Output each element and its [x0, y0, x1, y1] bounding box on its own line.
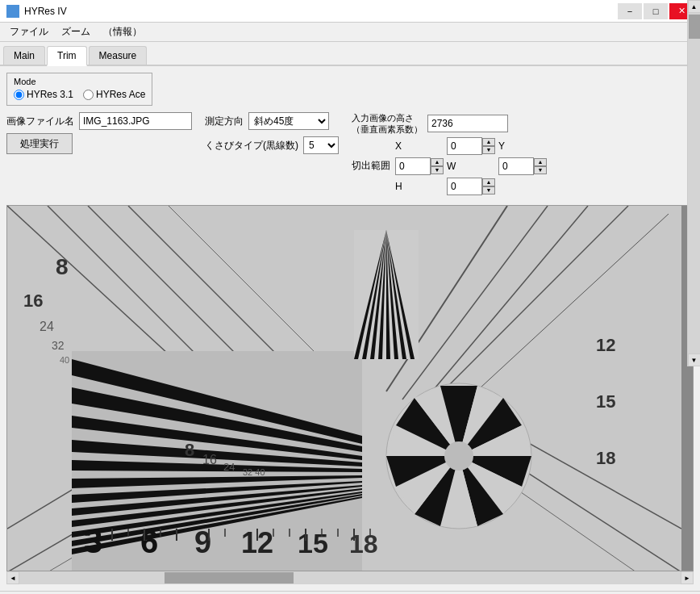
image-container[interactable]: 8 16 24 32 40 8 16 24 32 40 12 15 18 3 6… [6, 205, 694, 571]
mode-hyres31[interactable]: HYRes 3.1 [14, 89, 73, 100]
menu-info[interactable]: （情報） [97, 23, 148, 40]
scroll-up-button[interactable]: ▲ [688, 0, 701, 13]
svg-text:3: 3 [84, 522, 102, 560]
wedge-label: くさびタイプ(黒線数) [205, 139, 298, 153]
w-label: W [447, 161, 495, 172]
y-spinbtns: ▲ ▼ [431, 158, 444, 174]
file-input[interactable]: IMG_1163.JPG [79, 112, 192, 130]
svg-text:15: 15 [298, 528, 328, 558]
exec-row: 処理実行 [6, 133, 192, 154]
cutout-label: 切出範囲 [352, 159, 390, 173]
svg-text:40: 40 [60, 355, 69, 365]
svg-point-56 [444, 441, 473, 471]
right-col: 入力画像の高さ（垂直画素系数） 切出範囲 X ▲ ▼ Y [352, 112, 547, 199]
mode-section: Mode HYRes 3.1 HYRes Ace [6, 73, 152, 106]
scroll-track-vertical[interactable] [688, 13, 701, 353]
mode-radio-group: HYRes 3.1 HYRes Ace [14, 89, 145, 100]
mode-hyres31-label: HYRes 3.1 [27, 89, 73, 100]
maximize-button[interactable]: □ [644, 3, 668, 19]
cutout-grid: X ▲ ▼ Y ▲ ▼ [395, 137, 547, 195]
scroll-right-button[interactable]: ► [681, 571, 694, 584]
mode-label: Mode [14, 77, 145, 86]
svg-text:12: 12 [596, 335, 615, 355]
wedge-row: くさびタイプ(黒線数) 3 5 7 9 [205, 136, 339, 154]
y-input[interactable] [395, 157, 431, 175]
height-input[interactable] [427, 115, 508, 132]
mid-col: 測定方向 斜め45度 水平 垂直 くさびタイプ(黒線数) 3 5 7 9 [205, 112, 339, 157]
svg-text:16: 16 [202, 453, 217, 466]
tab-measure[interactable]: Measure [89, 46, 148, 65]
scroll-thumb-vertical[interactable] [689, 15, 700, 39]
wedge-select[interactable]: 3 5 7 9 [303, 136, 339, 154]
tab-main[interactable]: Main [3, 46, 45, 65]
mode-hyres31-radio[interactable] [14, 90, 24, 100]
height-label: 入力画像の高さ（垂直画素系数） [352, 112, 423, 136]
svg-text:6: 6 [140, 524, 158, 559]
w-spin-down[interactable]: ▼ [534, 166, 547, 174]
h-spin-up[interactable]: ▲ [482, 178, 495, 186]
svg-text:8: 8 [56, 254, 69, 279]
x-spinbtns: ▲ ▼ [482, 138, 495, 154]
w-spin-up[interactable]: ▲ [534, 158, 547, 166]
status-bar: Image Width：3648 Image Height：2736 x：172… [0, 591, 700, 594]
image-area-wrapper: 8 16 24 32 40 8 16 24 32 40 12 15 18 3 6… [6, 205, 694, 571]
form-section: 画像ファイル名 IMG_1163.JPG 処理実行 測定方向 斜め45度 水平 … [6, 112, 694, 199]
w-spinbtns: ▲ ▼ [534, 158, 547, 174]
vertical-scrollbar[interactable]: ▲ ▼ [687, 0, 700, 366]
file-label: 画像ファイル名 [6, 115, 74, 128]
svg-text:15: 15 [596, 391, 615, 412]
title-bar-title: HYRes IV [24, 6, 67, 17]
menu-zoom[interactable]: ズーム [55, 23, 97, 40]
direction-select[interactable]: 斜め45度 水平 垂直 [248, 112, 329, 130]
app-icon [6, 5, 19, 18]
x-spin-up[interactable]: ▲ [482, 138, 495, 146]
h-label: H [395, 181, 444, 192]
direction-row: 測定方向 斜め45度 水平 垂直 [205, 112, 339, 130]
scroll-track-horizontal[interactable] [19, 571, 681, 584]
menu-file[interactable]: ファイル [3, 23, 55, 40]
y-spin-down[interactable]: ▼ [431, 166, 444, 174]
tab-bar: Main Trim Measure [0, 42, 700, 66]
exec-button[interactable]: 処理実行 [6, 133, 73, 154]
x-spin-down[interactable]: ▼ [482, 146, 495, 154]
svg-text:8: 8 [185, 440, 194, 460]
menu-bar: ファイル ズーム （情報） [0, 23, 700, 42]
height-row: 入力画像の高さ（垂直画素系数） [352, 112, 547, 136]
direction-label: 測定方向 [205, 115, 244, 128]
svg-text:32: 32 [52, 339, 65, 352]
horizontal-scrollbar[interactable]: ◄ ► [6, 571, 694, 584]
tab-trim[interactable]: Trim [47, 46, 87, 66]
h-input[interactable] [447, 178, 482, 195]
scroll-down-button[interactable]: ▼ [688, 353, 701, 366]
h-spinbtns: ▲ ▼ [482, 178, 495, 195]
resolution-chart: 8 16 24 32 40 8 16 24 32 40 12 15 18 3 6… [7, 206, 681, 571]
x-label: X [395, 140, 444, 152]
scroll-left-button[interactable]: ◄ [6, 571, 19, 584]
left-col: 画像ファイル名 IMG_1163.JPG 処理実行 [6, 112, 192, 157]
mode-hyresace[interactable]: HYRes Ace [83, 89, 145, 100]
scroll-thumb-horizontal[interactable] [165, 572, 294, 584]
x-input[interactable] [447, 137, 482, 155]
svg-text:24: 24 [40, 320, 54, 333]
file-row: 画像ファイル名 IMG_1163.JPG [6, 112, 192, 130]
title-bar-controls: − □ ✕ [618, 3, 694, 19]
mode-hyresace-label: HYRes Ace [96, 89, 145, 100]
cutout-label-row: 切出範囲 X ▲ ▼ Y ▲ ▼ [352, 137, 547, 195]
w-input[interactable] [498, 157, 534, 175]
y-label: Y [498, 140, 547, 152]
svg-text:16: 16 [23, 291, 43, 311]
svg-text:24: 24 [223, 461, 235, 473]
h-spin-down[interactable]: ▼ [482, 186, 495, 195]
mode-hyresace-radio[interactable] [83, 90, 94, 100]
y-spin-up[interactable]: ▲ [431, 158, 444, 166]
svg-text:32 40: 32 40 [243, 467, 265, 477]
minimize-button[interactable]: − [618, 3, 642, 19]
title-bar: HYRes IV − □ ✕ [0, 0, 700, 23]
content-area: Mode HYRes 3.1 HYRes Ace 画像ファイル名 IMG_116… [0, 66, 700, 591]
svg-text:18: 18 [596, 448, 615, 468]
